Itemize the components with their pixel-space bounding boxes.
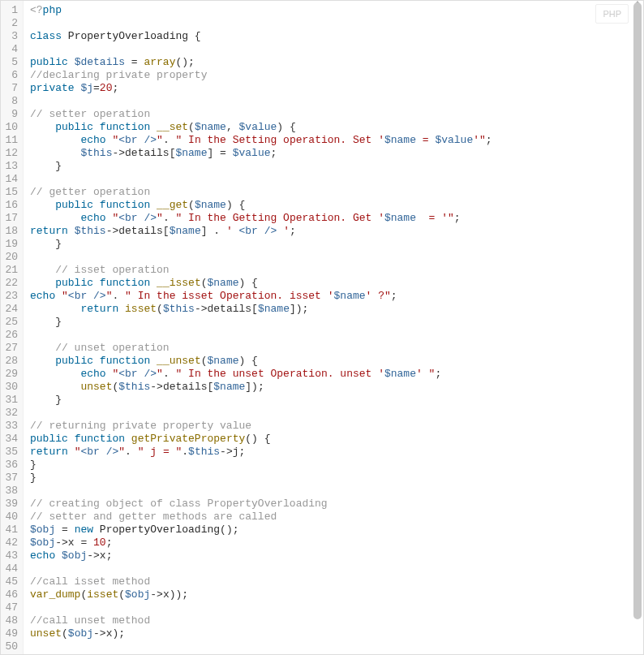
code-line: // creating object of class PropertyOver… bbox=[30, 498, 643, 511]
code-line bbox=[30, 485, 643, 498]
line-number: 1 bbox=[1, 4, 18, 17]
code-line: // isset operation bbox=[30, 264, 643, 277]
scrollbar-thumb[interactable] bbox=[633, 2, 642, 619]
code-line: echo "<br />". " In the unset Operation.… bbox=[30, 368, 643, 381]
code-editor: 1234567891011121314151617181920212223242… bbox=[0, 0, 644, 655]
line-number: 18 bbox=[1, 225, 18, 238]
code-line bbox=[30, 329, 643, 342]
code-line: private $j=20; bbox=[30, 82, 643, 95]
line-number-gutter: 1234567891011121314151617181920212223242… bbox=[1, 1, 24, 654]
line-number: 34 bbox=[1, 433, 18, 446]
code-line: // setter and getter methods are called bbox=[30, 511, 643, 524]
line-number: 20 bbox=[1, 251, 18, 264]
line-number: 44 bbox=[1, 562, 18, 575]
code-line: // unset operation bbox=[30, 342, 643, 355]
line-number: 14 bbox=[1, 173, 18, 186]
line-number: 32 bbox=[1, 407, 18, 420]
code-line: public function __get($name) { bbox=[30, 199, 643, 212]
line-number: 47 bbox=[1, 601, 18, 614]
code-line bbox=[30, 407, 643, 420]
code-line: public function getPrivateProperty() { bbox=[30, 433, 643, 446]
line-number: 8 bbox=[1, 95, 18, 108]
line-number: 10 bbox=[1, 121, 18, 134]
line-number: 43 bbox=[1, 549, 18, 562]
vertical-scrollbar[interactable] bbox=[633, 2, 642, 653]
line-number: 15 bbox=[1, 186, 18, 199]
code-line: <?php bbox=[30, 4, 643, 17]
code-area[interactable]: <?php class PropertyOverloading { public… bbox=[24, 1, 643, 654]
code-line: echo "<br />". " In the Setting operatio… bbox=[30, 134, 643, 147]
code-line: $obj->x = 10; bbox=[30, 536, 643, 549]
line-number: 26 bbox=[1, 329, 18, 342]
line-number: 28 bbox=[1, 355, 18, 368]
code-line: class PropertyOverloading { bbox=[30, 30, 643, 43]
line-number: 4 bbox=[1, 43, 18, 56]
code-line: var_dump(isset($obj->x)); bbox=[30, 588, 643, 601]
code-line: return isset($this->details[$name]); bbox=[30, 303, 643, 316]
code-line: echo "<br />". " In the isset Operation.… bbox=[30, 290, 643, 303]
line-number: 30 bbox=[1, 381, 18, 394]
line-number: 49 bbox=[1, 627, 18, 640]
code-line: } bbox=[30, 238, 643, 251]
code-line: //call unset method bbox=[30, 614, 643, 627]
code-line: // setter operation bbox=[30, 108, 643, 121]
line-number: 37 bbox=[1, 472, 18, 485]
line-number: 12 bbox=[1, 147, 18, 160]
code-line: echo "<br />". " In the Getting Operatio… bbox=[30, 212, 643, 225]
line-number: 25 bbox=[1, 316, 18, 329]
code-line: } bbox=[30, 160, 643, 173]
line-number: 41 bbox=[1, 524, 18, 536]
line-number: 22 bbox=[1, 277, 18, 290]
code-line: public function __isset($name) { bbox=[30, 277, 643, 290]
code-line: public $details = array(); bbox=[30, 56, 643, 69]
language-badge: PHP bbox=[595, 4, 629, 24]
line-number: 38 bbox=[1, 485, 18, 498]
code-line bbox=[30, 251, 643, 264]
code-line bbox=[30, 640, 643, 653]
code-line bbox=[30, 95, 643, 108]
code-line bbox=[30, 601, 643, 614]
code-line: return $this->details[$name] . ' <br /> … bbox=[30, 225, 643, 238]
line-number: 19 bbox=[1, 238, 18, 251]
code-line: //call isset method bbox=[30, 575, 643, 588]
line-number: 33 bbox=[1, 420, 18, 433]
line-number: 21 bbox=[1, 264, 18, 277]
code-line bbox=[30, 43, 643, 56]
code-line: } bbox=[30, 394, 643, 407]
line-number: 2 bbox=[1, 17, 18, 30]
code-line: unset($obj->x); bbox=[30, 627, 643, 640]
line-number: 27 bbox=[1, 342, 18, 355]
code-line: return "<br />". " j = ".$this->j; bbox=[30, 446, 643, 459]
code-line: //declaring private property bbox=[30, 69, 643, 82]
line-number: 5 bbox=[1, 56, 18, 69]
line-number: 40 bbox=[1, 511, 18, 524]
code-line: } bbox=[30, 459, 643, 472]
line-number: 29 bbox=[1, 368, 18, 381]
line-number: 11 bbox=[1, 134, 18, 147]
code-line bbox=[30, 173, 643, 186]
line-number: 13 bbox=[1, 160, 18, 173]
line-number: 16 bbox=[1, 199, 18, 212]
line-number: 9 bbox=[1, 108, 18, 121]
code-line: } bbox=[30, 316, 643, 329]
code-line bbox=[30, 17, 643, 30]
code-line: echo $obj->x; bbox=[30, 549, 643, 562]
line-number: 23 bbox=[1, 290, 18, 303]
line-number: 24 bbox=[1, 303, 18, 316]
code-line: $obj = new PropertyOverloading(); bbox=[30, 524, 643, 536]
code-line: $this->details[$name] = $value; bbox=[30, 147, 643, 160]
line-number: 35 bbox=[1, 446, 18, 459]
line-number: 31 bbox=[1, 394, 18, 407]
line-number: 17 bbox=[1, 212, 18, 225]
line-number: 36 bbox=[1, 459, 18, 472]
line-number: 6 bbox=[1, 69, 18, 82]
line-number: 50 bbox=[1, 640, 18, 653]
code-line: public function __unset($name) { bbox=[30, 355, 643, 368]
line-number: 48 bbox=[1, 614, 18, 627]
code-line: } bbox=[30, 472, 643, 485]
line-number: 45 bbox=[1, 575, 18, 588]
line-number: 39 bbox=[1, 498, 18, 511]
code-line: // getter operation bbox=[30, 186, 643, 199]
code-line bbox=[30, 562, 643, 575]
line-number: 7 bbox=[1, 82, 18, 95]
